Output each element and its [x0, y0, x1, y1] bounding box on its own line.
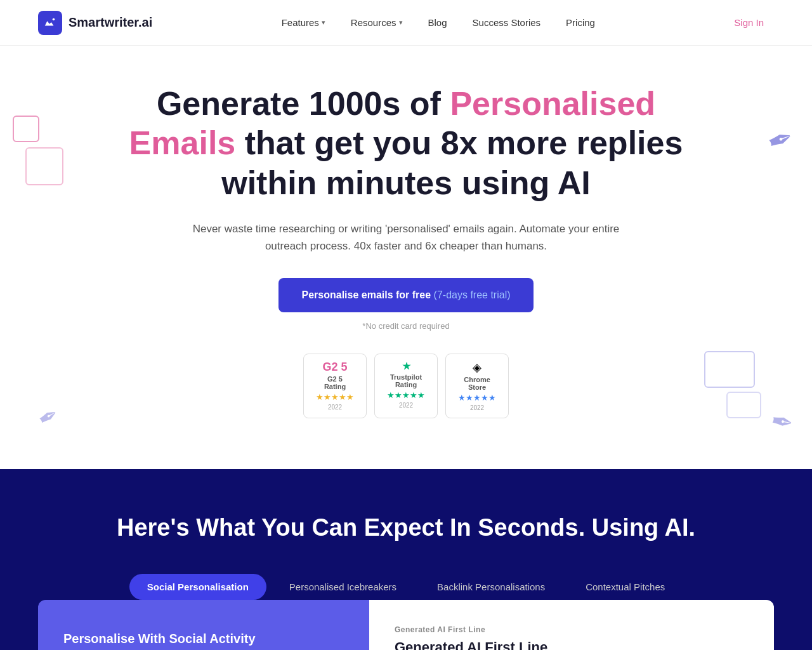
nav-success-stories-label: Success Stories	[473, 17, 541, 28]
chrome-year: 2022	[457, 404, 497, 411]
tab-personalised-icebreakers[interactable]: Personalised Icebreakers	[272, 574, 414, 600]
hero-cta-main: Personalise emails for free	[301, 289, 431, 300]
sub-right-title: Generated AI First Line	[395, 639, 749, 650]
hero-title: Generate 1000s of Personalised Emails th…	[121, 84, 691, 202]
nav-success-stories[interactable]: Success Stories	[462, 12, 551, 33]
nav-links: Features ▾ Resources ▾ Blog Success Stor…	[272, 12, 605, 33]
trustpilot-stars: ★★★★★	[386, 390, 426, 400]
signin-link[interactable]: Sign In	[724, 12, 774, 33]
feather-icon-top: ✒	[763, 119, 799, 161]
feature-tabs: Social Personalisation Personalised Iceb…	[38, 574, 774, 600]
rating-g2: G2 5 G2 5Rating ★★★★★ 2022	[303, 354, 367, 418]
nav-features[interactable]: Features ▾	[272, 12, 336, 33]
rating-chrome: ◈ ChromeStore ★★★★★ 2022	[445, 354, 509, 418]
svg-point-0	[53, 18, 55, 20]
logo-link[interactable]: Smartwriter.ai	[38, 11, 152, 35]
trustpilot-logo: ★	[386, 361, 426, 372]
rating-trustpilot: ★ TrustpilotRating ★★★★★ 2022	[374, 354, 438, 418]
chrome-stars: ★★★★★	[457, 393, 497, 402]
tab-contextual-pitches[interactable]: Contextual Pitches	[568, 574, 683, 600]
sub-right-label: Generated AI First Line	[395, 625, 749, 634]
nav-pricing-label: Pricing	[566, 17, 595, 28]
sub-left-title: Personalise With Social Activity	[63, 632, 344, 646]
navbar: Smartwriter.ai Features ▾ Resources ▾ Bl…	[0, 0, 812, 46]
g2-year: 2022	[315, 404, 355, 411]
nav-features-label: Features	[282, 17, 319, 28]
nav-blog-label: Blog	[428, 17, 447, 28]
chrome-logo: ◈	[457, 361, 497, 375]
chevron-down-icon: ▾	[322, 18, 325, 27]
g2-name: G2 5Rating	[315, 375, 355, 390]
deco-square-2	[25, 147, 63, 185]
dark-section-title: Here's What You Can Expect In Seconds. U…	[38, 514, 774, 543]
nav-resources-label: Resources	[351, 17, 396, 28]
trustpilot-year: 2022	[386, 402, 426, 409]
tab-backlink-personalisations[interactable]: Backlink Personalisations	[419, 574, 563, 600]
nav-resources[interactable]: Resources ▾	[341, 12, 413, 33]
hero-title-after: that get you 8x more replies within minu…	[221, 124, 683, 201]
hero-cta-button[interactable]: Personalise emails for free (7-days free…	[278, 278, 533, 312]
deco-square-1	[13, 116, 39, 142]
deco-topleft	[13, 116, 63, 185]
logo-icon	[38, 11, 62, 35]
nav-pricing[interactable]: Pricing	[556, 12, 605, 33]
g2-logo: G2 5	[315, 361, 355, 374]
nav-blog[interactable]: Blog	[418, 12, 457, 33]
hero-cta-trial: (7-days free trial)	[431, 289, 510, 300]
tab-social-personalisation[interactable]: Social Personalisation	[129, 574, 266, 600]
logo-text: Smartwriter.ai	[69, 15, 152, 30]
chevron-down-icon: ▾	[399, 18, 403, 27]
dark-section: Here's What You Can Expect In Seconds. U…	[0, 469, 812, 650]
hero-title-before: Generate 1000s of	[157, 85, 450, 122]
hero-section: ✒ ✒ ✒ Generate 1000s of Personalised Ema…	[0, 46, 812, 469]
sub-right-panel: Generated AI First Line Generated AI Fir…	[369, 600, 774, 650]
hero-subtitle: Never waste time researching or writing …	[190, 220, 622, 255]
sub-left-panel: Personalise With Social Activity	[38, 600, 369, 650]
chrome-name: ChromeStore	[457, 376, 497, 391]
trustpilot-name: TrustpilotRating	[386, 373, 426, 388]
no-credit-text: *No credit card required	[13, 321, 799, 331]
g2-stars: ★★★★★	[315, 392, 355, 402]
signin-label: Sign In	[734, 17, 764, 28]
ratings-row: G2 5 G2 5Rating ★★★★★ 2022 ★ TrustpilotR…	[13, 354, 799, 418]
deco-topright-feather: ✒	[768, 122, 793, 157]
logo-svg	[43, 16, 57, 30]
tab-content-panel: Personalise With Social Activity Generat…	[38, 600, 774, 650]
